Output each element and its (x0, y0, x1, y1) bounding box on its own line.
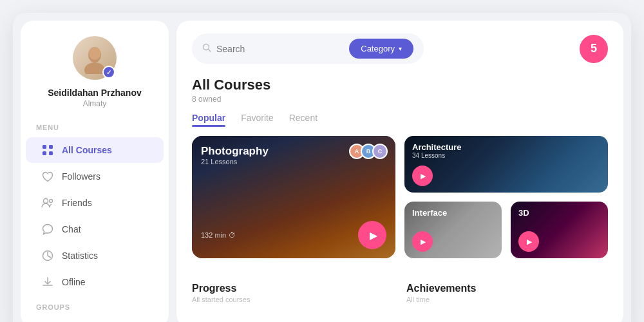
arch-lessons: 34 Lessons (412, 152, 600, 159)
search-input[interactable] (216, 44, 336, 54)
play-icon: ▶ (370, 229, 377, 242)
svg-point-7 (44, 199, 48, 204)
interface-title: Interface (412, 208, 494, 218)
right-column: Architecture 34 Lessons ▶ (404, 136, 608, 258)
download-icon (41, 276, 54, 289)
play-icon-3d: ▶ (527, 238, 532, 246)
svg-point-2 (89, 47, 100, 60)
progress-card: Progress All started courses (192, 276, 393, 303)
course-card-interface[interactable]: Interface ▶ (404, 202, 502, 258)
sidebar-item-label-followers: Followers (62, 171, 100, 182)
tabs: Popular Favorite Recent (192, 113, 608, 126)
threed-content: 3D ▶ (511, 202, 608, 258)
user-name: Seidildahan Przhanov (48, 88, 141, 98)
svg-rect-3 (43, 145, 46, 149)
search-icon (202, 43, 211, 54)
groups-label: GROUPS (21, 303, 70, 311)
app-container: Seidildahan Przhanov Almaty Menu All Cou… (13, 13, 631, 322)
photography-avatars: A B C (349, 144, 388, 159)
sidebar-item-friends[interactable]: Friends (26, 190, 164, 216)
clock-icon: ⏱ (229, 231, 236, 239)
achievements-title: Achievements (406, 283, 608, 294)
statistics-icon (41, 249, 54, 262)
play-button-interface[interactable]: ▶ (412, 231, 433, 252)
progress-title: Progress (192, 283, 393, 294)
sidebar: Seidildahan Przhanov Almaty Menu All Cou… (21, 21, 169, 322)
courses-subtitle: 8 owned (192, 95, 608, 104)
svg-rect-6 (49, 151, 53, 155)
bottom-section: Progress All started courses Achievement… (192, 276, 608, 303)
tab-popular[interactable]: Popular (192, 113, 225, 126)
sidebar-nav: All Courses Followers (21, 137, 169, 296)
heart-icon (41, 170, 54, 183)
main-content: Category ▾ 5 All Courses 8 owned Popular… (176, 13, 631, 322)
header: Category ▾ 5 (192, 33, 608, 64)
arch-content: Architecture 34 Lessons ▶ (404, 136, 608, 193)
chat-icon (41, 223, 54, 236)
sidebar-item-followers[interactable]: Followers (26, 164, 164, 189)
sidebar-item-all-courses[interactable]: All Courses (26, 137, 164, 163)
tab-favorite[interactable]: Favorite (241, 113, 274, 126)
achievements-card: Achievements All time (406, 276, 608, 303)
notification-button[interactable]: 5 (580, 35, 608, 63)
bottom-right-cards: Interface ▶ 3D (404, 202, 608, 258)
friends-icon (41, 196, 54, 209)
sidebar-item-chat[interactable]: Chat (26, 216, 164, 242)
interface-content: Interface ▶ (404, 202, 502, 258)
category-label: Category (361, 44, 395, 53)
progress-sub: All started courses (192, 296, 393, 303)
threed-title: 3D (518, 208, 600, 218)
arch-info: Architecture 34 Lessons (412, 142, 600, 159)
course-card-architecture[interactable]: Architecture 34 Lessons ▶ (404, 136, 608, 193)
achievements-sub: All time (406, 296, 608, 303)
chevron-down-icon: ▾ (399, 45, 402, 52)
notification-count: 5 (591, 42, 597, 55)
arch-title: Architecture (412, 142, 600, 152)
courses-grid: Photography 21 Lessons 132 min ⏱ ▶ (192, 136, 608, 267)
play-button-3d[interactable]: ▶ (518, 231, 539, 252)
svg-rect-5 (43, 151, 46, 155)
play-button-photography[interactable]: ▶ (358, 221, 386, 249)
menu-label: Menu (21, 124, 59, 131)
user-city: Almaty (83, 99, 107, 108)
sidebar-item-statistics[interactable]: Statistics (26, 243, 164, 269)
play-button-architecture[interactable]: ▶ (412, 166, 433, 186)
avatar-wrapper (73, 36, 117, 80)
sidebar-item-label-statistics: Statistics (62, 251, 98, 261)
avatar-3: C (372, 144, 388, 159)
course-card-photography[interactable]: Photography 21 Lessons 132 min ⏱ ▶ (192, 136, 395, 258)
photography-duration: 132 min ⏱ (201, 231, 236, 239)
main-inner: Category ▾ 5 All Courses 8 owned Popular… (176, 21, 623, 322)
course-card-3d[interactable]: 3D ▶ (511, 202, 608, 258)
svg-rect-4 (49, 145, 53, 149)
sidebar-item-offline[interactable]: Ofline (26, 269, 164, 295)
sidebar-item-label-all-courses: All Courses (62, 145, 112, 155)
tab-recent[interactable]: Recent (289, 113, 317, 126)
sidebar-item-label-offline: Ofline (62, 277, 86, 287)
sidebar-item-label-chat: Chat (62, 224, 81, 234)
play-icon-interface: ▶ (421, 238, 426, 246)
grid-icon (41, 144, 54, 156)
courses-title: All Courses (192, 77, 608, 93)
play-icon-sm: ▶ (421, 172, 426, 180)
card-bottom: 132 min ⏱ ▶ (201, 221, 386, 249)
sidebar-item-label-friends: Friends (62, 198, 92, 208)
verified-check-icon (102, 66, 115, 79)
svg-point-8 (50, 200, 53, 203)
search-bar[interactable]: Category ▾ (192, 33, 424, 64)
category-button[interactable]: Category ▾ (349, 39, 413, 59)
